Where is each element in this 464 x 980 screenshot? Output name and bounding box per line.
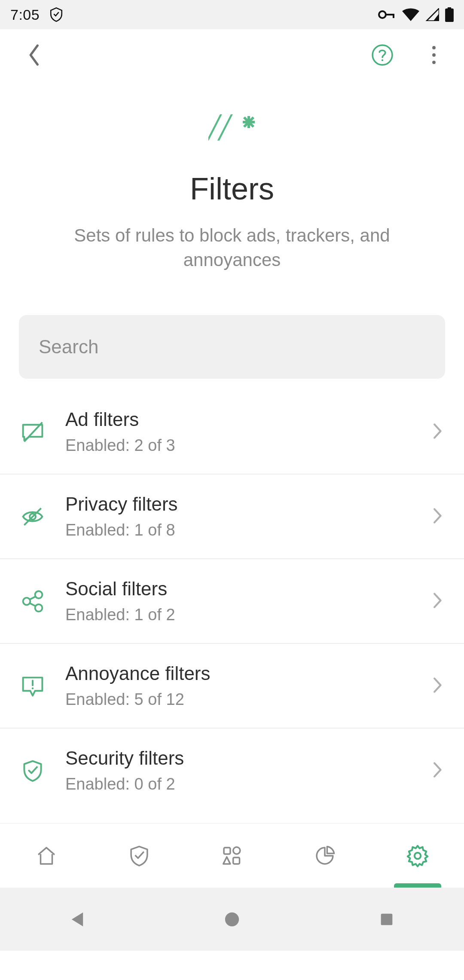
- list-item-subtitle: Enabled: 5 of 12: [65, 690, 412, 709]
- cellular-icon: [425, 8, 439, 21]
- svg-line-21: [30, 597, 36, 600]
- list-item-title: Privacy filters: [65, 493, 412, 515]
- svg-point-29: [415, 852, 421, 859]
- list-item[interactable]: Ad filters Enabled: 2 of 3: [0, 390, 464, 475]
- svg-rect-3: [445, 9, 454, 22]
- android-nav-bar: [0, 888, 464, 951]
- list-item-subtitle: Enabled: 1 of 8: [65, 521, 412, 539]
- nav-settings[interactable]: [371, 824, 464, 888]
- svg-rect-32: [381, 913, 393, 925]
- nav-home[interactable]: [0, 824, 93, 888]
- svg-point-6: [382, 59, 383, 61]
- bottom-nav: [0, 823, 464, 888]
- filters-logo-icon: //: [208, 107, 256, 151]
- svg-point-19: [35, 591, 43, 598]
- svg-line-17: [24, 508, 41, 525]
- list-item-title: Ad filters: [65, 409, 412, 430]
- svg-point-20: [35, 604, 43, 612]
- app-screen: // Filters Sets of rules to block ads, t…: [0, 29, 464, 888]
- page-subtitle: Sets of rules to block ads, trackers, an…: [26, 224, 438, 272]
- list-item-subtitle: Enabled: 2 of 3: [65, 436, 412, 455]
- vpn-key-icon: [378, 9, 396, 20]
- svg-point-0: [379, 11, 386, 18]
- search-input[interactable]: [19, 315, 445, 379]
- list-item-title: Social filters: [65, 578, 412, 600]
- chevron-right-icon: [432, 761, 443, 781]
- svg-point-9: [432, 61, 436, 64]
- nav-stats[interactable]: [278, 824, 371, 888]
- help-button[interactable]: [369, 42, 395, 68]
- svg-point-8: [432, 53, 436, 57]
- sys-recents-button[interactable]: [310, 911, 463, 928]
- android-status-bar: 7:05: [0, 0, 464, 29]
- chevron-right-icon: [432, 507, 443, 527]
- svg-rect-28: [233, 858, 240, 864]
- svg-point-5: [372, 45, 392, 65]
- svg-marker-27: [223, 857, 230, 864]
- svg-rect-25: [224, 848, 230, 854]
- chevron-right-icon: [432, 676, 443, 696]
- battery-icon: [445, 7, 454, 22]
- chevron-right-icon: [432, 591, 443, 611]
- list-item-subtitle: Enabled: 1 of 2: [65, 606, 412, 624]
- filter-list: Ad filters Enabled: 2 of 3 Privacy filte…: [0, 390, 464, 823]
- list-item[interactable]: Security filters Enabled: 0 of 2: [0, 729, 464, 812]
- eye-slash-icon: [21, 504, 45, 529]
- svg-point-18: [23, 597, 31, 605]
- sys-back-button[interactable]: [1, 910, 154, 929]
- chevron-right-icon: [432, 422, 443, 442]
- shield-check-icon: [21, 758, 45, 783]
- svg-text://: //: [208, 107, 233, 148]
- search-container: [0, 315, 464, 390]
- nav-apps[interactable]: [186, 824, 278, 888]
- svg-point-7: [432, 46, 436, 49]
- page-header: // Filters Sets of rules to block ads, t…: [0, 81, 464, 315]
- list-item[interactable]: Social filters Enabled: 1 of 2: [0, 559, 464, 644]
- svg-point-26: [233, 847, 240, 854]
- list-item-title: Annoyance filters: [65, 663, 412, 684]
- svg-marker-30: [72, 912, 83, 926]
- list-item-subtitle: Enabled: 0 of 2: [65, 775, 412, 793]
- wifi-icon: [402, 8, 419, 21]
- svg-point-24: [32, 687, 34, 689]
- status-time: 7:05: [10, 6, 40, 23]
- list-item[interactable]: Privacy filters Enabled: 1 of 8: [0, 475, 464, 559]
- app-bar: [0, 29, 464, 81]
- svg-line-22: [30, 603, 36, 606]
- svg-rect-4: [448, 7, 452, 9]
- svg-rect-2: [393, 14, 394, 18]
- list-item-title: Security filters: [65, 747, 412, 769]
- back-button[interactable]: [21, 42, 47, 68]
- message-slash-icon: [21, 420, 45, 444]
- page-title: Filters: [26, 171, 438, 206]
- annoyance-icon: [21, 674, 45, 698]
- shield-status-icon: [49, 6, 64, 23]
- more-menu-button[interactable]: [421, 42, 447, 68]
- sys-home-button[interactable]: [156, 910, 308, 929]
- share-nodes-icon: [21, 589, 45, 614]
- list-item[interactable]: Annoyance filters Enabled: 5 of 12: [0, 644, 464, 729]
- nav-protection[interactable]: [93, 824, 186, 888]
- svg-point-31: [225, 912, 239, 926]
